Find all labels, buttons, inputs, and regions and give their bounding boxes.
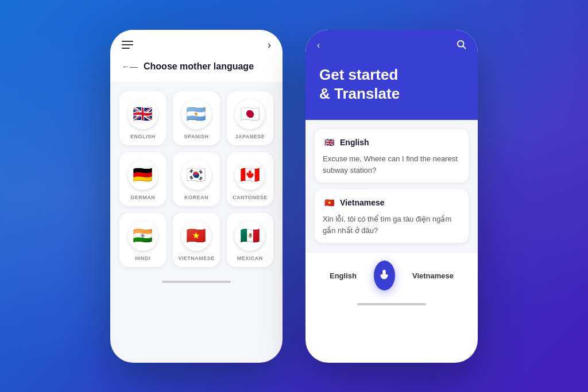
flag-vietnamese: 🇻🇳 (181, 221, 211, 251)
translation-area: 🇬🇧 English Excuse me, Where can I find t… (305, 120, 478, 252)
english-lang-button[interactable]: English (317, 266, 369, 286)
lang-card-cantonese[interactable]: 🇨🇦 CANTONESE (227, 152, 273, 206)
flag-mexican: 🇲🇽 (235, 221, 265, 251)
hero-title: Get started & Translate (319, 65, 464, 104)
lang-name-japanese: JAPANESE (235, 134, 265, 139)
lang-card-spanish[interactable]: 🇦🇷 SPANISH (173, 91, 219, 145)
lang-card-vietnamese[interactable]: 🇻🇳 VIETNAMESE (173, 213, 219, 267)
mic-button[interactable] (374, 261, 395, 290)
search-icon[interactable] (456, 39, 466, 52)
vietnamese-lang-button[interactable]: Vietnamese (400, 266, 466, 286)
lang-name-spanish: SPANISH (184, 134, 209, 139)
flag-hindi: 🇮🇳 (128, 221, 158, 251)
left-phone: › ←— Choose mother language 🇬🇧 ENGLISH 🇦… (110, 30, 283, 363)
flag-korean: 🇰🇷 (181, 160, 211, 190)
right-status-bar: ‹ (305, 30, 478, 56)
choose-language-title: Choose mother language (144, 61, 254, 72)
lang-card-korean[interactable]: 🇰🇷 KOREAN (173, 152, 219, 206)
flag-cantonese: 🇨🇦 (235, 160, 265, 190)
home-bar (162, 281, 231, 283)
source-lang-label-row: 🇬🇧 English (323, 136, 461, 149)
bottom-controls: English Vietnamese (305, 252, 478, 298)
right-phone: ‹ Get started & Translate 🇬🇧 English Exc… (305, 30, 478, 363)
right-home-indicator (305, 298, 478, 310)
lang-card-hindi[interactable]: 🇮🇳 HINDI (119, 213, 166, 267)
left-home-indicator (110, 276, 283, 288)
target-lang-label-row: 🇻🇳 Vietnamese (323, 196, 461, 209)
target-flag: 🇻🇳 (323, 196, 335, 209)
left-status-bar: › (110, 30, 283, 56)
flag-japanese: 🇯🇵 (235, 99, 265, 129)
hero-section: Get started & Translate (305, 56, 478, 121)
home-bar-right (357, 303, 426, 305)
lang-card-mexican[interactable]: 🇲🇽 MEXICAN (227, 213, 273, 267)
source-flag: 🇬🇧 (323, 136, 335, 149)
source-lang-name: English (340, 138, 369, 147)
lang-name-cantonese: CANTONESE (233, 195, 268, 200)
lang-card-japanese[interactable]: 🇯🇵 JAPANESE (227, 91, 273, 145)
target-lang-name: Vietnamese (340, 198, 385, 207)
left-header: ←— Choose mother language (110, 56, 283, 82)
lang-name-english: ENGLISH (130, 134, 156, 139)
lang-name-hindi: HINDI (135, 255, 150, 261)
lang-name-vietnamese: VIETNAMESE (178, 255, 215, 261)
chevron-left-icon[interactable]: ‹ (317, 40, 320, 51)
back-arrow-icon[interactable]: ←— (122, 62, 138, 71)
flag-spanish: 🇦🇷 (181, 99, 211, 129)
language-grid: 🇬🇧 ENGLISH 🇦🇷 SPANISH 🇯🇵 JAPANESE 🇩🇪 GER… (110, 82, 283, 276)
source-translation-card: 🇬🇧 English Excuse me, Where can I find t… (315, 129, 469, 183)
source-text: Excuse me, Where can I find the nearest … (323, 153, 461, 176)
lang-name-korean: KOREAN (184, 195, 208, 200)
lang-name-mexican: MEXICAN (237, 255, 263, 261)
lang-name-german: GERMAN (130, 195, 155, 200)
target-translation-card: 🇻🇳 Vietnamese Xin lỗi, tôi có thể tìm ga… (315, 189, 469, 243)
chevron-right-icon[interactable]: › (268, 39, 271, 51)
target-text: Xin lỗi, tôi có thể tìm ga tàu điện ngầm… (323, 214, 461, 236)
svg-line-1 (463, 46, 465, 48)
flag-english: 🇬🇧 (128, 99, 158, 129)
lang-card-english[interactable]: 🇬🇧 ENGLISH (119, 91, 166, 145)
hamburger-icon[interactable] (122, 41, 133, 49)
flag-german: 🇩🇪 (128, 160, 158, 190)
lang-card-german[interactable]: 🇩🇪 GERMAN (119, 152, 166, 206)
